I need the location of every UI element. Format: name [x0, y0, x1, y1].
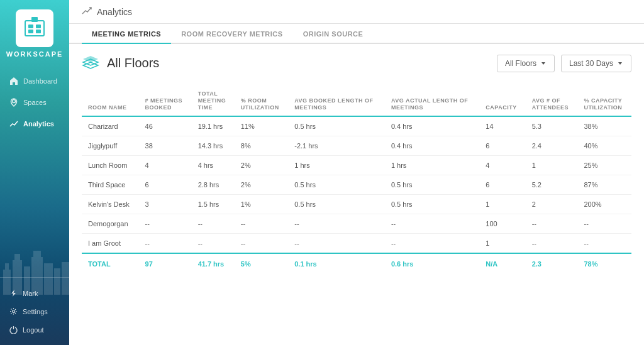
sidebar-item-analytics-label: Analytics [23, 120, 54, 128]
sidebar-item-settings[interactable]: Settings [0, 302, 69, 320]
cell-avg_actual: 0.5 hrs [385, 175, 479, 195]
top-header: Analytics [69, 0, 644, 24]
cell-cap_util: 200% [577, 195, 631, 214]
cell-meetings_booked: 38 [139, 136, 192, 156]
svg-rect-3 [28, 30, 33, 33]
cell-room_util: -- [235, 214, 288, 234]
svg-rect-2 [36, 25, 41, 28]
cell-total_time: 1.5 hrs [192, 195, 235, 214]
cell-avg_actual: 0.4 hrs [385, 116, 479, 136]
cell-total_time: 14.3 hrs [192, 136, 235, 156]
cell-name: Lunch Room [82, 156, 139, 175]
city-background [0, 244, 69, 295]
totals-time: 41.7 hrs [192, 253, 235, 274]
cell-name: I am Groot [82, 234, 139, 254]
floors-filter-dropdown[interactable]: All Floors [497, 55, 555, 72]
cell-avg_attendees: 2 [526, 195, 578, 214]
cell-cap_util: 40% [577, 136, 631, 156]
tab-meeting-metrics[interactable]: Meeting Metrics [82, 24, 171, 44]
power-icon [9, 326, 18, 334]
cell-avg_booked: -- [288, 234, 385, 254]
table-row: Third Space62.8 hrs2%0.5 hrs0.5 hrs65.28… [82, 175, 631, 195]
sidebar-item-dashboard-label: Dashboard [23, 77, 57, 85]
cell-name: Kelvin's Desk [82, 195, 139, 214]
svg-point-6 [13, 100, 16, 103]
chevron-down-icon [540, 60, 547, 67]
tab-room-recovery[interactable]: Room Recovery Metrics [171, 24, 292, 44]
totals-capacity: N/A [479, 253, 525, 274]
table-row: I am Groot----------1---- [82, 234, 631, 254]
sidebar-item-logout[interactable]: Logout [0, 320, 69, 339]
cell-room_util: 2% [235, 156, 288, 175]
totals-row: TOTAL 97 41.7 hrs 5% 0.1 hrs 0.6 hrs N/A… [82, 253, 631, 274]
cell-avg_booked: 0.5 hrs [288, 195, 385, 214]
totals-room-util: 5% [235, 253, 288, 274]
cell-avg_booked: 0.5 hrs [288, 116, 385, 136]
cell-name: Jigglypuff [82, 136, 139, 156]
cell-avg_attendees: -- [526, 214, 578, 234]
table-footer: TOTAL 97 41.7 hrs 5% 0.1 hrs 0.6 hrs N/A… [82, 253, 631, 274]
tabs-bar: Meeting Metrics Room Recovery Metrics Or… [69, 24, 644, 44]
cell-name: Demogorgan [82, 214, 139, 234]
cell-meetings_booked: 46 [139, 116, 192, 136]
col-avg-attendees: Avg # ofAttendees [526, 85, 578, 116]
sidebar-item-dashboard[interactable]: Dashboard [0, 70, 69, 92]
col-cap-util: % CapacityUtilization [577, 85, 631, 116]
cell-avg_actual: 0.4 hrs [385, 136, 479, 156]
cell-capacity: 1 [479, 234, 525, 254]
cell-avg_attendees: 2.4 [526, 136, 578, 156]
col-avg-actual: Avg Actual Length ofMeetings [385, 85, 479, 116]
cell-capacity: 6 [479, 136, 525, 156]
cell-avg_booked: 0.5 hrs [288, 175, 385, 195]
main-content: Analytics Meeting Metrics Room Recovery … [69, 0, 644, 345]
cell-avg_attendees: 1 [526, 156, 578, 175]
sidebar-item-spaces[interactable]: Spaces [0, 92, 69, 113]
cell-meetings_booked: 3 [139, 195, 192, 214]
totals-meetings: 97 [139, 253, 192, 274]
cell-capacity: 4 [479, 156, 525, 175]
floors-filter-label: All Floors [505, 59, 536, 68]
svg-rect-1 [28, 25, 33, 28]
page-header-right: All Floors Last 30 Days [497, 55, 631, 72]
chevron-down-icon-2 [617, 60, 623, 67]
col-meetings-booked: # MeetingsBooked [139, 85, 192, 116]
cell-avg_attendees: 5.3 [526, 116, 578, 136]
cell-total_time: 2.8 hrs [192, 175, 235, 195]
svg-point-8 [13, 310, 15, 313]
cell-meetings_booked: 6 [139, 175, 192, 195]
cell-avg_attendees: 5.2 [526, 175, 578, 195]
settings-icon [9, 307, 18, 315]
cell-avg_actual: -- [385, 234, 479, 254]
sidebar-logo [16, 9, 53, 47]
cell-room_util: 2% [235, 175, 288, 195]
table-row: Demogorgan----------100---- [82, 214, 631, 234]
svg-rect-0 [25, 21, 44, 36]
col-capacity: Capacity [479, 85, 525, 116]
cell-capacity: 14 [479, 116, 525, 136]
cell-cap_util: 25% [577, 156, 631, 175]
tab-origin-source[interactable]: Origin Source [293, 24, 374, 44]
page-title: All Floors [107, 56, 159, 70]
cell-capacity: 1 [479, 195, 525, 214]
totals-label: TOTAL [82, 253, 139, 274]
sidebar-item-logout-label: Logout [23, 326, 44, 334]
cell-cap_util: 87% [577, 175, 631, 195]
table-row: Kelvin's Desk31.5 hrs1%0.5 hrs0.5 hrs122… [82, 195, 631, 214]
cell-room_util: 1% [235, 195, 288, 214]
days-filter-dropdown[interactable]: Last 30 Days [561, 55, 631, 72]
cell-name: Third Space [82, 175, 139, 195]
cell-avg_actual: 1 hrs [385, 156, 479, 175]
col-total-time: TotalMeetingTime [192, 85, 235, 116]
svg-rect-5 [31, 17, 38, 22]
cell-capacity: 100 [479, 214, 525, 234]
cell-cap_util: 38% [577, 116, 631, 136]
cell-meetings_booked: 4 [139, 156, 192, 175]
sidebar-item-analytics[interactable]: Analytics [0, 113, 69, 134]
home-icon [9, 77, 18, 85]
days-filter-label: Last 30 Days [569, 59, 613, 68]
cell-room_util: -- [235, 234, 288, 254]
cell-avg_booked: -2.1 hrs [288, 136, 385, 156]
svg-marker-13 [618, 62, 622, 65]
totals-attendees: 2.3 [526, 253, 578, 274]
content-area: All Floors All Floors Last 30 Days Room … [69, 44, 644, 345]
